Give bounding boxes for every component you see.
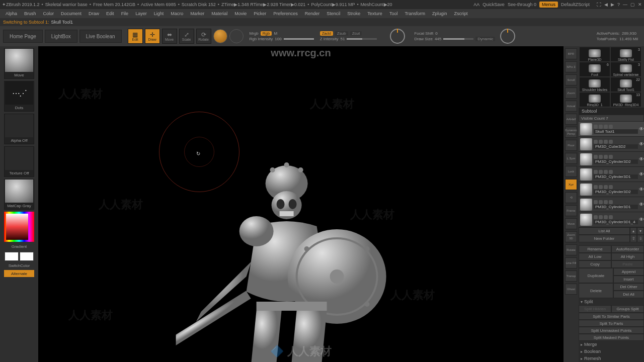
draw-dial[interactable]	[500, 29, 515, 44]
home-page-button[interactable]: Home Page	[3, 30, 43, 43]
rightbar-scroll[interactable]: Scroll	[565, 74, 577, 85]
rightbar-xyz[interactable]: Xyz	[565, 179, 577, 190]
drawsize-slider[interactable]	[443, 38, 473, 40]
autoreorder-button[interactable]: AutoReorder	[611, 245, 644, 253]
menu-edit[interactable]: Edit	[103, 11, 118, 16]
new-folder-button[interactable]: New Folder	[579, 235, 630, 242]
subtool-row[interactable]: PM3D_Cylinder3D1👁	[579, 167, 644, 182]
list-all-button[interactable]: List All	[579, 227, 630, 235]
menu-transform[interactable]: Transform	[401, 11, 429, 16]
up-icon[interactable]: ▴	[630, 227, 637, 235]
move-tool[interactable]: ⬌Move	[162, 29, 177, 44]
mrgb-label[interactable]: Mrgb	[250, 31, 259, 36]
menus-toggle[interactable]: Menus	[539, 2, 558, 8]
split-masked-button[interactable]: Split Masked Points	[579, 334, 644, 341]
menu-draw[interactable]: Draw	[85, 11, 103, 16]
move-down-icon[interactable]: ⇩	[637, 235, 644, 242]
alternate-button[interactable]: Alternate	[4, 270, 34, 277]
menu-stencil[interactable]: Stencil	[323, 11, 344, 16]
subtool-row[interactable]: PM3D_Cylinder3D1👁	[579, 197, 644, 212]
zsub-toggle[interactable]: Zsub	[335, 31, 348, 36]
tool-thumb[interactable]: 13PM3D_Ring3D4	[611, 93, 641, 107]
rightbar-move[interactable]: Move	[565, 218, 577, 229]
down-icon[interactable]: ▾	[637, 227, 644, 235]
menu-light[interactable]: Light	[150, 11, 168, 16]
help-icon[interactable]: ?	[617, 2, 620, 7]
rightbar-zoom-3d[interactable]: Zoom 3D	[565, 231, 577, 242]
color-swatches[interactable]	[5, 252, 34, 261]
menu-render[interactable]: Render	[301, 11, 324, 16]
minimize-icon[interactable]: —	[623, 2, 627, 7]
prev-icon[interactable]: ◀	[604, 2, 608, 7]
alpha-slot[interactable]: Alpha Off	[4, 114, 34, 144]
maximize-icon[interactable]: ▢	[630, 2, 635, 7]
tool-thumb[interactable]: 3Spinal vartabrae	[611, 62, 641, 76]
scale-tool[interactable]: ⤢Scale	[179, 29, 194, 44]
menu-document[interactable]: Document	[57, 11, 85, 16]
split-parts-button[interactable]: Split To Parts	[579, 320, 644, 327]
menu-texture[interactable]: Texture	[364, 11, 386, 16]
viewport[interactable]: www.rrcg.cn 人人素材 人人素材 人人素材 人人素材 人人素材 人人素…	[38, 46, 564, 362]
gyro2-icon[interactable]	[229, 29, 244, 43]
material-slot[interactable]: MatCap Gray	[4, 179, 34, 210]
rightbar-l.sym[interactable]: L.Sym	[565, 153, 577, 164]
brush-slot[interactable]: Move	[4, 48, 34, 79]
menu-stroke[interactable]: Stroke	[344, 11, 364, 16]
subtool-row[interactable]: PM3D_Cylinder3D2👁	[579, 182, 644, 197]
lightbox-button[interactable]: LightBox	[45, 30, 77, 43]
dynamic-toggle[interactable]: Dynamic	[475, 37, 495, 41]
rightbar-actual[interactable]: Actual	[565, 101, 577, 112]
menu-alpha[interactable]: Alpha	[2, 11, 21, 16]
paste-button[interactable]: Paste	[611, 260, 644, 268]
menu-tool[interactable]: Tool	[386, 11, 401, 16]
rightbar-floor[interactable]: Floor	[565, 140, 577, 151]
aa-toggle[interactable]: AA	[473, 2, 479, 7]
split-unmasked-button[interactable]: Split Unmasked Points	[579, 327, 644, 334]
menu-layer[interactable]: Layer	[132, 11, 150, 16]
split-similar-button[interactable]: Split To Similar Parts	[579, 313, 644, 320]
merge-section[interactable]: Merge	[579, 341, 644, 348]
groups-split-button[interactable]: Groups Split	[611, 305, 644, 313]
expand-icon[interactable]: ⛶	[597, 2, 601, 7]
subtool-row[interactable]: PM3D_Cylinder3D2👁	[579, 152, 644, 167]
stroke-slot[interactable]: ⋯⋰Dots	[4, 81, 34, 112]
gyro-icon[interactable]	[213, 29, 227, 43]
insert-button[interactable]: Insert	[613, 276, 644, 283]
next-icon[interactable]: ▶	[611, 2, 614, 7]
subtool-header[interactable]: Subtool	[579, 108, 644, 115]
del-all-button[interactable]: Del All	[613, 291, 644, 298]
quicksave-button[interactable]: QuickSave	[482, 2, 505, 7]
rightbar-line-fill[interactable]: Line Fill	[565, 257, 577, 268]
remesh-section[interactable]: Remesh	[579, 355, 644, 362]
rightbar-spix-3[interactable]: SPix 3	[565, 61, 577, 72]
zadd-toggle[interactable]: Zadd	[320, 31, 333, 36]
rightbar-bpr[interactable]: BPR	[565, 48, 577, 59]
tool-thumb[interactable]: Shoulder blades	[580, 77, 610, 92]
rightbar-dynamic-persp[interactable]: Dynamic Persp	[565, 127, 577, 138]
duplicate-button[interactable]: Duplicate	[579, 268, 613, 283]
default-zscript[interactable]: DefaultZScript	[561, 2, 590, 7]
edit-tool[interactable]: ▦Edit	[128, 29, 143, 44]
move-up-icon[interactable]: ⇧	[630, 235, 637, 242]
rotate-tool[interactable]: ⟳Rotate	[196, 29, 211, 44]
m-toggle[interactable]: M	[274, 31, 277, 36]
append-button[interactable]: Append	[613, 268, 644, 276]
menu-movie[interactable]: Movie	[231, 11, 250, 16]
gradient-label[interactable]: Gradient	[12, 244, 27, 249]
split-section[interactable]: Split	[579, 298, 644, 305]
color-picker[interactable]	[4, 212, 34, 242]
menu-file[interactable]: File	[118, 11, 132, 16]
rightbar-rotate[interactable]: Rotate	[565, 244, 577, 255]
menu-macro[interactable]: Macro	[167, 11, 187, 16]
menu-marker[interactable]: Marker	[187, 11, 208, 16]
rightbar-aahalf[interactable]: AAHalf	[565, 114, 577, 125]
switchcolor-button[interactable]: SwitchColor	[9, 263, 30, 268]
rgb-toggle[interactable]: Rgb	[261, 31, 272, 36]
close-icon[interactable]: ✕	[638, 2, 642, 7]
menu-material[interactable]: Material	[208, 11, 231, 16]
zcut-toggle[interactable]: Zcut	[350, 31, 362, 36]
menu-brush[interactable]: Brush	[21, 11, 40, 16]
tool-thumb[interactable]: 22Skull Tool1	[611, 77, 641, 92]
split-hidden-button[interactable]: Split Hidden	[579, 305, 611, 313]
rightbar-zoom[interactable]: Zoom	[565, 87, 577, 99]
